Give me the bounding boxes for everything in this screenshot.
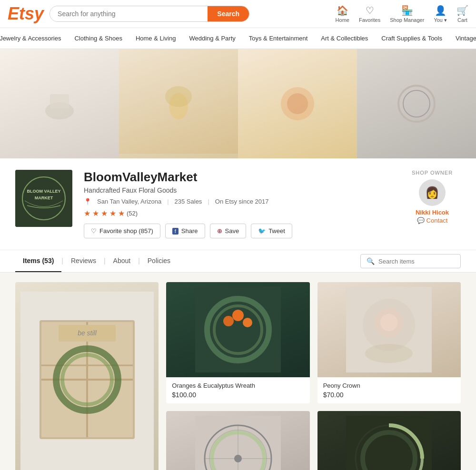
tweet-label: Tweet [268, 227, 285, 235]
svg-point-7 [403, 90, 430, 117]
facebook-icon: f [172, 228, 178, 235]
item-info-3: Peony Crown $70.00 [317, 377, 461, 403]
cat-art[interactable]: Art & Collectibles [314, 28, 375, 49]
contact-icon: 💬 [417, 217, 425, 224]
owner-avatar: 👩 [419, 179, 446, 206]
shop-icon: 🏪 [401, 5, 413, 16]
share-label: Share [181, 227, 198, 235]
cat-craft[interactable]: Craft Supplies & Tools [375, 28, 449, 49]
svg-text:be still: be still [78, 329, 97, 337]
shop-location: San Tan Valley, Arizona [97, 198, 161, 205]
svg-point-26 [243, 318, 252, 327]
nav-favorites-label: Favorites [359, 17, 380, 23]
hero-image-3 [238, 49, 357, 158]
favorite-shop-label: Favorite shop (857) [99, 227, 153, 235]
nav-cart[interactable]: 🛒 Cart [456, 5, 468, 23]
items-grid: be still Succulent Greens Wreath $100.00 [15, 282, 461, 470]
item-card-2[interactable]: Oranges & Eucalyptus Wreath $100.00 [166, 282, 309, 403]
pinterest-icon: ⊕ [217, 227, 222, 235]
item-card-4[interactable]: Vintage Bicycle Wheel Wreath $95.00 [166, 411, 309, 470]
nav-shop-manager[interactable]: 🏪 Shop Manager [390, 5, 424, 23]
cat-clothing[interactable]: Clothing & Shoes [68, 28, 129, 49]
contact-label: Contact [426, 217, 448, 224]
shop-meta: 📍 San Tan Valley, Arizona | 235 Sales | … [84, 198, 392, 205]
owner-label: SHOP OWNER [404, 170, 461, 176]
svg-point-25 [232, 310, 244, 321]
shop-since: On Etsy since 2017 [215, 198, 269, 205]
svg-point-32 [365, 344, 413, 363]
cat-jewelry[interactable]: Jewelry & Accessories [0, 28, 68, 49]
heart-icon: ♡ [91, 227, 97, 235]
item-card-3[interactable]: Peony Crown $70.00 [317, 282, 461, 403]
nav-cart-label: Cart [457, 17, 467, 23]
svg-text:BLOOM VALLEY: BLOOM VALLEY [27, 189, 61, 194]
tab-policies[interactable]: Policies [140, 250, 178, 272]
shop-info: BloomValleyMarket Handcrafted Faux Flora… [84, 170, 392, 238]
share-button[interactable]: f Share [165, 224, 205, 238]
shop-sales: 235 Sales [175, 198, 202, 205]
cat-vintage[interactable]: Vintage [449, 28, 476, 49]
star-3: ★ [101, 209, 108, 218]
tabs-row: Items (53) | Reviews | About | Policies … [0, 250, 476, 273]
category-nav: Jewelry & Accessories Clothing & Shoes H… [0, 28, 476, 49]
item-card-1[interactable]: be still Succulent Greens Wreath $100.00 [15, 282, 159, 470]
heart-icon: ♡ [366, 5, 374, 16]
location-pin-icon: 📍 [84, 198, 91, 205]
item-title-3: Peony Crown [323, 382, 455, 389]
search-input[interactable] [50, 6, 208, 21]
etsy-logo[interactable]: Etsy [8, 4, 44, 24]
item-card-5[interactable]: Succulent Bicycle Wreath $120.00 [317, 411, 461, 470]
star-5: ★ [118, 209, 125, 218]
avatar-icon: 👩 [425, 186, 439, 199]
svg-point-27 [223, 316, 234, 326]
nav-you[interactable]: 👤 You ▾ [434, 5, 447, 23]
search-bar: Search [50, 6, 249, 22]
hero-image-2 [119, 49, 238, 158]
svg-point-6 [398, 86, 435, 122]
shop-actions: ♡ Favorite shop (857) f Share ⊕ Save 🐦 T… [84, 224, 392, 238]
search-items-container: 🔍 [360, 254, 461, 268]
tab-about[interactable]: About [106, 250, 139, 272]
items-section: be still Succulent Greens Wreath $100.00 [0, 273, 476, 470]
shop-subtitle: Handcrafted Faux Floral Goods [84, 186, 392, 194]
svg-point-5 [287, 93, 308, 114]
cat-home[interactable]: Home & Living [129, 28, 183, 49]
shop-stars: ★ ★ ★ ★ ★ (52) [84, 209, 392, 218]
nav-home[interactable]: 🏠 Home [336, 5, 349, 23]
save-label: Save [225, 227, 239, 235]
tab-items[interactable]: Items (53) [15, 250, 61, 272]
hero-image-1 [0, 49, 119, 158]
nav-you-label: You ▾ [434, 17, 447, 23]
tweet-button[interactable]: 🐦 Tweet [251, 224, 292, 238]
item-price-2: $100.00 [172, 391, 304, 399]
nav-favorites[interactable]: ♡ Favorites [359, 5, 380, 23]
shop-name: BloomValleyMarket [84, 170, 392, 185]
owner-name[interactable]: Nikki Hicok [404, 209, 461, 216]
hero-image-4 [357, 49, 476, 158]
search-icon: 🔍 [367, 257, 375, 265]
review-count: (52) [127, 210, 138, 217]
nav-home-label: Home [336, 17, 349, 23]
svg-rect-1 [50, 94, 69, 108]
favorite-shop-button[interactable]: ♡ Favorite shop (857) [84, 224, 160, 238]
search-button[interactable]: Search [208, 6, 249, 21]
twitter-icon: 🐦 [258, 227, 266, 235]
shop-profile: BLOOM VALLEY MARKET BloomValleyMarket Ha… [0, 158, 476, 250]
star-1: ★ [84, 209, 90, 218]
svg-text:MARKET: MARKET [35, 196, 53, 200]
cart-icon: 🛒 [456, 5, 468, 16]
item-info-2: Oranges & Eucalyptus Wreath $100.00 [166, 377, 309, 403]
hero-banner [0, 49, 476, 158]
svg-point-31 [380, 314, 397, 331]
user-icon: 👤 [435, 5, 446, 16]
svg-point-3 [165, 86, 192, 107]
cat-toys[interactable]: Toys & Entertainment [242, 28, 315, 49]
owner-contact[interactable]: 💬 Contact [404, 217, 461, 224]
save-button[interactable]: ⊕ Save [210, 224, 247, 238]
cat-wedding[interactable]: Wedding & Party [182, 28, 242, 49]
header: Etsy Search 🏠 Home ♡ Favorites 🏪 Shop Ma… [0, 0, 476, 28]
tab-reviews[interactable]: Reviews [63, 250, 104, 272]
shop-owner-panel: SHOP OWNER 👩 Nikki Hicok 💬 Contact [404, 170, 461, 224]
item-price-3: $70.00 [323, 391, 455, 399]
search-items-input[interactable] [378, 258, 455, 265]
